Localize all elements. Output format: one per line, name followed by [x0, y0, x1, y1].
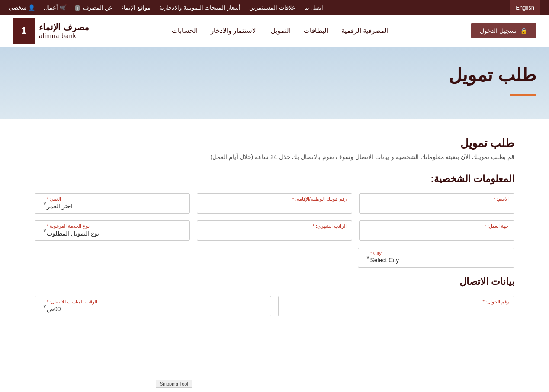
- nav-financing[interactable]: التمويل: [271, 27, 291, 35]
- age-select-inner: العمر: * اختر العمر: [47, 196, 184, 210]
- logo-arabic: مصرف الإنماء: [39, 22, 89, 32]
- form-row-3: City * Select City ∨: [35, 248, 514, 268]
- nav-cards[interactable]: البطاقات: [304, 27, 328, 35]
- nav-digital-banking[interactable]: المصرفية الرقمية: [341, 27, 388, 35]
- mobile-input[interactable]: [284, 306, 509, 312]
- mobile-label: رقم الجوال: *: [284, 299, 509, 305]
- service-value: نوع التمويل المطلوب: [47, 230, 99, 237]
- id-input[interactable]: [202, 203, 347, 210]
- login-label: تسجيل الدخول: [480, 27, 517, 34]
- business-text: أعمال: [44, 4, 58, 11]
- nav-accounts[interactable]: الحسابات: [172, 27, 198, 35]
- personal-link[interactable]: 👤 شخصي: [9, 4, 35, 11]
- age-chevron-icon: ∨: [43, 200, 47, 206]
- logo-english: alinma bank: [39, 32, 77, 39]
- city-label: City *: [370, 251, 381, 256]
- contact-row: رقم الجوال: * الوقت المناسب للاتصال: * 0…: [35, 296, 514, 316]
- page-title: طلب تمويل: [13, 64, 536, 86]
- salary-input[interactable]: [202, 230, 347, 237]
- locations-link[interactable]: مواقع الإنماء: [121, 4, 151, 11]
- hero-section: طلب تمويل: [0, 47, 549, 119]
- business-icon: 🛒: [60, 4, 67, 11]
- name-input[interactable]: [365, 203, 509, 210]
- top-nav-left: English: [510, 0, 540, 15]
- age-select[interactable]: العمر: * اختر العمر ∨: [35, 193, 190, 214]
- contact-section: بيانات الاتصال رقم الجوال: * الوقت المنا…: [35, 276, 514, 316]
- about-icon: i: [75, 5, 80, 11]
- business-link[interactable]: 🛒 أعمال: [44, 4, 67, 11]
- title-underline: [510, 94, 536, 96]
- service-label: نوع الخدمة المرغوبة *: [47, 223, 90, 229]
- login-button[interactable]: 🔒 تسجيل الدخول: [471, 23, 536, 38]
- lock-icon: 🔒: [520, 27, 527, 34]
- logo-text: مصرف الإنماء alinma bank: [39, 22, 89, 39]
- login-area: 🔒 تسجيل الدخول: [471, 23, 536, 38]
- main-header: 🔒 تسجيل الدخول المصرفية الرقمية البطاقات…: [0, 15, 549, 47]
- service-select[interactable]: نوع الخدمة المرغوبة * نوع التمويل المطلو…: [35, 220, 190, 241]
- top-navigation: English اتصل بنا علاقات المستثمرين أسعار…: [0, 0, 549, 15]
- salary-label: الراتب الشهري: *: [202, 223, 347, 229]
- form-title: طلب تمويل: [35, 137, 514, 150]
- prices-link[interactable]: أسعار المنتجات التمويلية والادخارية: [159, 4, 241, 11]
- service-chevron-icon: ∨: [43, 227, 47, 233]
- salary-field[interactable]: الراتب الشهري: *: [197, 220, 352, 241]
- age-label: العمر: *: [47, 196, 61, 202]
- logo-area: مصرف الإنماء alinma bank 1: [13, 18, 89, 44]
- age-value: اختر العمر: [47, 203, 73, 210]
- form-row-1: الاسم: * رقم هويتك الوطنية/الإقامة: * ال…: [35, 193, 514, 214]
- contact-heading: بيانات الاتصال: [35, 276, 514, 287]
- city-value: Select City: [370, 257, 399, 264]
- employer-label: جهة العمل: *: [365, 223, 509, 229]
- about-link[interactable]: عن المصرف i: [75, 4, 112, 11]
- mobile-field[interactable]: رقم الجوال: *: [278, 296, 515, 316]
- id-field[interactable]: رقم هويتك الوطنية/الإقامة: *: [197, 193, 352, 214]
- personal-info-heading: المعلومات الشخصية:: [35, 173, 514, 185]
- city-select[interactable]: City * Select City ∨: [358, 248, 514, 268]
- city-select-inner: City * Select City: [370, 251, 509, 264]
- employer-field[interactable]: جهة العمل: *: [359, 220, 514, 241]
- personal-text: شخصي: [9, 4, 26, 11]
- contact-time-label: الوقت المناسب للاتصال: *: [47, 299, 97, 305]
- name-label: الاسم: *: [365, 196, 509, 202]
- english-link[interactable]: English: [510, 0, 540, 15]
- top-nav-right: اتصل بنا علاقات المستثمرين أسعار المنتجا…: [9, 4, 323, 11]
- name-field[interactable]: الاسم: *: [359, 193, 514, 214]
- employer-input[interactable]: [365, 230, 509, 237]
- form-section: طلب تمويل قم بطلب تمويلك الآن بتعبئة معل…: [0, 119, 549, 341]
- personal-icon: 👤: [28, 4, 35, 11]
- contact-time-chevron-icon: ∨: [43, 303, 47, 309]
- service-select-inner: نوع الخدمة المرغوبة * نوع التمويل المطلو…: [47, 223, 184, 237]
- city-chevron-icon: ∨: [366, 254, 370, 260]
- investor-link[interactable]: علاقات المستثمرين: [249, 4, 295, 11]
- contact-link[interactable]: اتصل بنا: [304, 4, 324, 11]
- form-row-2: جهة العمل: * الراتب الشهري: * نوع الخدمة…: [35, 220, 514, 241]
- bank-logo-icon: 1: [13, 18, 35, 44]
- form-subtitle: قم بطلب تمويلك الآن بتعبئة معلوماتك الشخ…: [35, 153, 514, 160]
- main-navigation: المصرفية الرقمية البطاقات التمويل الاستث…: [172, 27, 388, 35]
- about-text: عن المصرف: [83, 4, 113, 11]
- nav-investment[interactable]: الاستثمار والادخار: [211, 27, 258, 35]
- contact-time-value: 09ص: [47, 306, 61, 312]
- contact-time-select[interactable]: الوقت المناسب للاتصال: * 09ص ∨: [35, 296, 271, 316]
- id-label: رقم هويتك الوطنية/الإقامة: *: [202, 196, 347, 202]
- contact-time-inner: الوقت المناسب للاتصال: * 09ص: [47, 299, 266, 312]
